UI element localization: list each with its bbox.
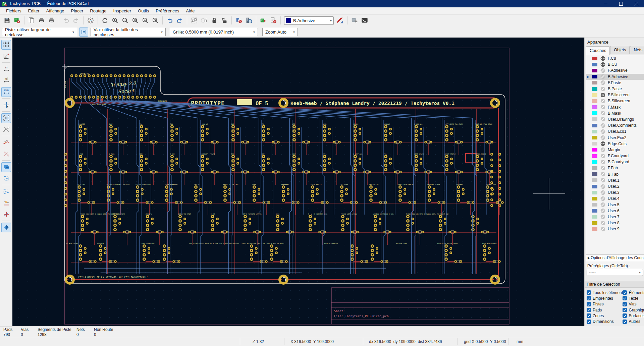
minimize-button[interactable] [598, 0, 613, 7]
polar-coords-toggle[interactable]: θ [1, 51, 11, 61]
layer-color-swatch[interactable] [592, 136, 597, 139]
layer-row-b-courtyard[interactable]: B.Courtyard [586, 159, 644, 165]
refresh-view-button[interactable] [100, 16, 110, 25]
menu-placer[interactable]: Placer [67, 8, 87, 14]
visibility-hidden-icon[interactable] [600, 74, 605, 79]
layer-row-user-4[interactable]: User.4 [586, 195, 644, 201]
redo-button[interactable] [175, 16, 184, 25]
visibility-hidden-icon[interactable] [600, 221, 605, 226]
visibility-hidden-icon[interactable] [600, 178, 605, 183]
high-contrast-toggle[interactable] [1, 223, 11, 232]
menu-outils[interactable]: Outils [135, 8, 152, 14]
visibility-hidden-icon[interactable] [600, 111, 605, 116]
layer-row-user-drawings[interactable]: User.Drawings [586, 116, 644, 122]
layer-row-f-adhesive[interactable]: F.Adhesive [586, 67, 644, 73]
menu-aide[interactable]: Aide [182, 8, 198, 14]
grid-dropdown[interactable]: Grille: 0.5000 mm (0.0197 inch)▾ [170, 28, 258, 36]
layer-row-b-paste[interactable]: B.Paste [586, 86, 644, 92]
footprint-browser-button[interactable] [244, 16, 254, 25]
visibility-hidden-icon[interactable] [600, 196, 605, 201]
layer-row-f-courtyard[interactable]: F.Courtyard [586, 153, 644, 159]
layer-color-swatch[interactable] [592, 197, 597, 200]
filter-vias[interactable]: Vias [623, 302, 644, 306]
visibility-hidden-icon[interactable] [600, 208, 605, 213]
layer-color-swatch[interactable] [592, 81, 597, 84]
sketch-pads-toggle[interactable] [1, 149, 11, 159]
visibility-hidden-icon[interactable] [600, 117, 605, 122]
layer-color-swatch[interactable] [592, 160, 597, 164]
layer-row-f-fab[interactable]: F.Fab [586, 165, 644, 171]
cursor-shape-toggle[interactable] [1, 100, 11, 110]
filter--l-ments-verrouill-s[interactable]: Éléments verrouillés [623, 290, 644, 295]
filter-dimensions[interactable]: Dimensions [585, 319, 623, 324]
track-width-indicator-button[interactable] [79, 27, 88, 37]
tab-objets[interactable]: Objets [610, 46, 630, 54]
layer-row-b-silkscreen[interactable]: B.Silkscreen [586, 98, 644, 104]
footprint-editor-button[interactable] [234, 16, 244, 25]
visibility-hidden-icon[interactable] [600, 86, 605, 92]
tab-nets[interactable]: Nets [630, 46, 644, 54]
visibility-eye-icon[interactable] [600, 62, 605, 67]
layer-color-swatch[interactable] [592, 130, 597, 133]
layer-row-user-9[interactable]: User.9 [586, 226, 644, 232]
visibility-hidden-icon[interactable] [600, 202, 605, 207]
layer-row-user-6[interactable]: User.6 [586, 208, 644, 214]
lock-button[interactable] [210, 16, 219, 25]
units-mils-toggle[interactable]: mil [1, 76, 11, 85]
track-width-dropdown[interactable]: Piste: utiliser largeur de netclasse▾ [2, 28, 77, 36]
layer-row-margin[interactable]: Margin [586, 147, 644, 153]
maximize-button[interactable] [613, 0, 629, 7]
layer-color-swatch[interactable] [592, 105, 597, 109]
presets-dropdown[interactable]: ----- ▾ [587, 269, 643, 276]
visibility-hidden-icon[interactable] [600, 129, 605, 134]
visibility-hidden-icon[interactable] [600, 160, 605, 165]
layer-row-user-comments[interactable]: User.Comments [586, 122, 644, 128]
net-inspector-toggle[interactable] [1, 210, 11, 219]
menu-inspecter[interactable]: Inspecter [110, 8, 135, 14]
layer-color-swatch[interactable] [592, 203, 597, 207]
units-mm-toggle[interactable]: mm [1, 87, 11, 97]
visibility-eye-icon[interactable] [600, 141, 605, 146]
zoom-dropdown[interactable]: Zoom Auto▾ [262, 28, 298, 36]
grid-dots-toggle[interactable] [1, 40, 11, 50]
layer-color-swatch[interactable] [592, 166, 597, 170]
sketch-vias-toggle[interactable] [1, 198, 11, 208]
layer-row-edge-cuts[interactable]: Edge.Cuts [586, 141, 644, 147]
layer-color-swatch[interactable] [592, 227, 597, 231]
visibility-hidden-icon[interactable] [600, 154, 605, 159]
visibility-hidden-icon[interactable] [600, 99, 605, 104]
visibility-hidden-icon[interactable] [600, 105, 605, 110]
undo-gray-button[interactable] [61, 16, 71, 25]
visibility-hidden-icon[interactable] [600, 166, 605, 171]
menu-editer[interactable]: Editer [25, 8, 43, 14]
layer-row-user-5[interactable]: User.5 [586, 202, 644, 208]
zoom-in-button[interactable] [110, 16, 120, 25]
zone-fill-toggle[interactable] [1, 162, 11, 172]
zoom-out-button[interactable] [120, 16, 130, 25]
menu-routage[interactable]: Routage [87, 8, 110, 14]
filter-tous-les--l-ments[interactable]: Tous les éléments [585, 290, 623, 295]
menu-prfrences[interactable]: Préférences [152, 8, 182, 14]
via-size-dropdown[interactable]: Via: utiliser la taille des netclasses▾ [91, 28, 166, 36]
update-pcb-button[interactable] [259, 16, 268, 25]
visibility-hidden-icon[interactable] [600, 123, 605, 128]
layer-color-swatch[interactable] [592, 93, 597, 97]
layer-row-user-7[interactable]: User.7 [586, 214, 644, 220]
filter-texte[interactable]: Texte [623, 296, 644, 301]
layer-row-f-cu[interactable]: F.Cu [586, 55, 644, 61]
filter-zones[interactable]: Zones [585, 313, 623, 318]
pcb-canvas[interactable]: Sheet:File: Tachyteros_PCB.kicad_pcbTeen… [12, 38, 584, 326]
filter-graphiques[interactable]: Graphiques [623, 308, 644, 312]
units-inches-toggle[interactable]: in [1, 64, 11, 74]
board-setup-button[interactable] [12, 16, 22, 25]
layer-color-swatch[interactable] [592, 185, 597, 188]
visibility-eye-icon[interactable] [600, 93, 605, 98]
plot-button[interactable] [47, 16, 56, 25]
layer-color-swatch[interactable] [592, 191, 597, 194]
layer-color-swatch[interactable] [592, 172, 597, 176]
visibility-hidden-icon[interactable] [600, 80, 605, 85]
filter-surfaces[interactable]: Surfaces [623, 313, 644, 318]
visibility-eye-icon[interactable] [600, 56, 605, 61]
zone-outline-toggle[interactable] [1, 174, 11, 183]
console-button[interactable] [360, 16, 369, 25]
